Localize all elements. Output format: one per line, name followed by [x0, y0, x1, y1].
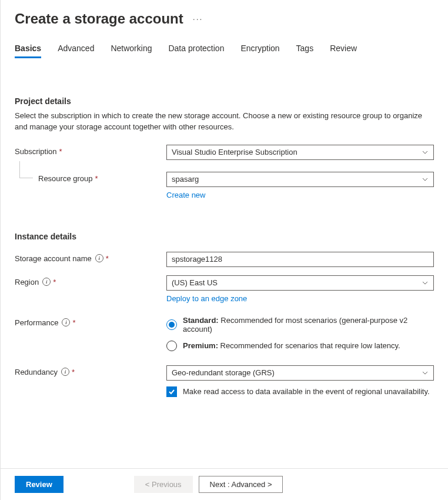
performance-premium-text: Premium: Recommended for scenarios that … — [183, 341, 400, 350]
project-details-title: Project details — [15, 96, 434, 106]
page-title: Create a storage account — [15, 11, 183, 27]
performance-standard-text: Standard: Recommended for most scenarios… — [183, 316, 434, 334]
info-icon[interactable] — [61, 368, 69, 376]
redundancy-value: Geo-redundant storage (GRS) — [172, 368, 275, 377]
resource-group-value: spasarg — [172, 175, 199, 184]
review-button[interactable]: Review — [15, 476, 63, 493]
region-row: Region * (US) East US Deploy to an edge … — [15, 275, 434, 303]
chevron-down-icon — [422, 149, 429, 156]
tab-basics[interactable]: Basics — [15, 44, 41, 58]
info-icon[interactable] — [95, 254, 103, 262]
resource-group-label-text: Resource group — [38, 174, 93, 183]
read-access-checkbox[interactable]: Make read access to data available in th… — [166, 386, 434, 397]
performance-row: Performance * Standard: Recommended for … — [15, 316, 434, 358]
form-content: Project details Select the subscription … — [1, 58, 448, 399]
tab-networking[interactable]: Networking — [111, 44, 152, 58]
redundancy-dropdown[interactable]: Geo-redundant storage (GRS) — [166, 365, 434, 381]
more-actions-icon[interactable]: ··· — [190, 14, 206, 24]
chevron-down-icon — [422, 369, 429, 376]
create-new-link[interactable]: Create new — [166, 191, 205, 199]
radio-unselected-icon — [166, 341, 177, 351]
edge-zone-link[interactable]: Deploy to an edge zone — [166, 294, 247, 303]
tab-tags[interactable]: Tags — [296, 44, 314, 58]
performance-premium-radio[interactable]: Premium: Recommended for scenarios that … — [166, 341, 434, 351]
info-icon[interactable] — [42, 278, 51, 286]
redundancy-row: Redundancy * Geo-redundant storage (GRS)… — [15, 365, 434, 397]
subscription-dropdown[interactable]: Visual Studio Enterprise Subscription — [166, 145, 434, 160]
storage-name-value: spstorage1128 — [172, 255, 222, 264]
resource-group-label: Resource group * — [15, 172, 166, 183]
subscription-value: Visual Studio Enterprise Subscription — [172, 148, 297, 156]
storage-name-label: Storage account name * — [15, 252, 166, 263]
required-asterisk: * — [72, 368, 75, 376]
checkbox-checked-icon — [166, 386, 177, 397]
page-header: Create a storage account ··· — [1, 0, 448, 32]
required-asterisk: * — [72, 318, 75, 327]
info-icon[interactable] — [62, 318, 70, 326]
chevron-down-icon — [422, 279, 429, 286]
resource-group-dropdown[interactable]: spasarg — [166, 172, 434, 187]
project-details-desc: Select the subscription in which to crea… — [15, 111, 434, 133]
next-button[interactable]: Next : Advanced > — [199, 476, 283, 493]
storage-name-input[interactable]: spstorage1128 — [166, 252, 434, 267]
performance-standard-radio[interactable]: Standard: Recommended for most scenarios… — [166, 316, 434, 334]
tab-review[interactable]: Review — [330, 44, 357, 58]
region-dropdown[interactable]: (US) East US — [166, 275, 434, 291]
required-asterisk: * — [53, 278, 56, 286]
read-access-label: Make read access to data available in th… — [183, 387, 430, 396]
tab-encryption[interactable]: Encryption — [240, 44, 279, 58]
tab-data-protection[interactable]: Data protection — [168, 44, 224, 58]
performance-label-text: Performance — [15, 318, 58, 327]
previous-button: < Previous — [134, 476, 193, 493]
region-value: (US) East US — [172, 278, 218, 287]
radio-selected-icon — [166, 319, 177, 330]
storage-name-label-text: Storage account name — [15, 254, 92, 263]
redundancy-label: Redundancy * — [15, 365, 166, 376]
required-asterisk: * — [95, 174, 98, 183]
region-label-text: Region — [15, 278, 39, 286]
tab-advanced[interactable]: Advanced — [58, 44, 94, 58]
subscription-label: Subscription * — [15, 145, 166, 156]
storage-name-row: Storage account name * spstorage1128 — [15, 252, 434, 268]
subscription-label-text: Subscription — [15, 147, 57, 156]
region-label: Region * — [15, 275, 166, 286]
performance-label: Performance * — [15, 316, 166, 327]
required-asterisk: * — [106, 254, 109, 263]
instance-details-title: Instance details — [15, 232, 434, 241]
subscription-row: Subscription * Visual Studio Enterprise … — [15, 145, 434, 161]
chevron-down-icon — [422, 176, 429, 183]
tab-bar: Basics Advanced Networking Data protecti… — [1, 36, 448, 58]
required-asterisk: * — [59, 147, 62, 156]
resource-group-row: Resource group * spasarg Create new — [15, 172, 434, 199]
footer-bar: Review < Previous Next : Advanced > — [1, 468, 448, 500]
redundancy-label-text: Redundancy — [15, 368, 58, 376]
